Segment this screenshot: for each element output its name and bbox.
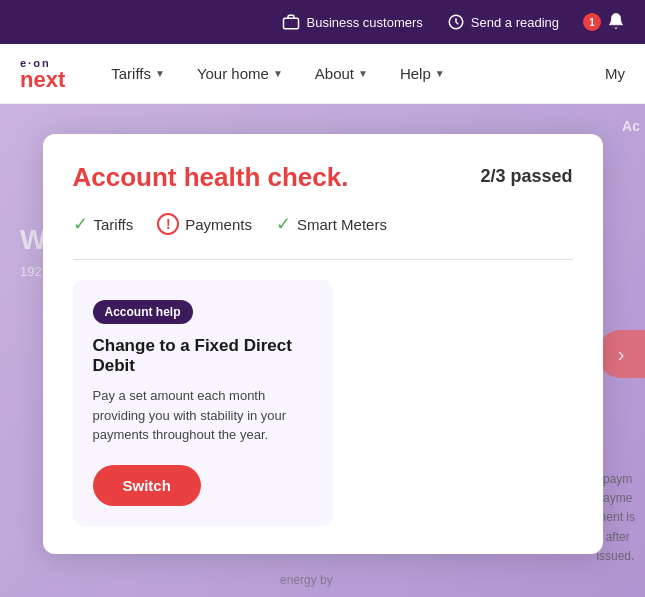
check-warning-icon: ! [157,213,179,235]
modal-divider [73,259,573,260]
tariffs-label: Tariffs [111,65,151,82]
send-reading-link[interactable]: Send a reading [447,13,559,31]
check-payments-label: Payments [185,216,252,233]
card-description: Pay a set amount each month providing yo… [93,386,313,445]
nav-your-home[interactable]: Your home ▼ [191,65,289,82]
check-pass-icon: ✓ [73,213,88,235]
logo[interactable]: e·on next [20,57,65,91]
meter-icon [447,13,465,31]
help-label: Help [400,65,431,82]
business-icon [282,13,300,31]
switch-button[interactable]: Switch [93,465,201,506]
check-tariffs-label: Tariffs [94,216,134,233]
your-home-chevron-icon: ▼ [273,68,283,79]
account-health-modal: Account health check. 2/3 passed ✓ Tarif… [43,134,603,554]
modal-checks: ✓ Tariffs ! Payments ✓ Smart Meters [73,213,573,235]
account-help-card: Account help Change to a Fixed Direct De… [73,280,333,526]
svg-rect-0 [284,18,299,29]
card-badge: Account help [93,300,193,324]
nav-bar: e·on next Tariffs ▼ Your home ▼ About ▼ … [0,44,645,104]
nav-tariffs[interactable]: Tariffs ▼ [105,65,171,82]
check-smart-meters: ✓ Smart Meters [276,213,387,235]
tariffs-chevron-icon: ▼ [155,68,165,79]
check-payments: ! Payments [157,213,252,235]
check-smart-meters-label: Smart Meters [297,216,387,233]
nav-about[interactable]: About ▼ [309,65,374,82]
my-label: My [605,65,625,82]
notifications-button[interactable]: 1 [583,12,625,33]
logo-next: next [20,69,65,91]
help-chevron-icon: ▼ [435,68,445,79]
check-pass-icon-2: ✓ [276,213,291,235]
modal-score: 2/3 passed [480,166,572,187]
card-title: Change to a Fixed Direct Debit [93,336,313,376]
modal-overlay: Account health check. 2/3 passed ✓ Tarif… [0,104,645,597]
about-chevron-icon: ▼ [358,68,368,79]
modal-title: Account health check. [73,162,349,193]
about-label: About [315,65,354,82]
bell-icon [607,12,625,33]
check-tariffs: ✓ Tariffs [73,213,134,235]
nav-my[interactable]: My [605,65,625,82]
modal-header: Account health check. 2/3 passed [73,162,573,193]
business-customers-label: Business customers [306,15,422,30]
notification-badge: 1 [583,13,601,31]
top-bar: Business customers Send a reading 1 [0,0,645,44]
send-reading-label: Send a reading [471,15,559,30]
business-customers-link[interactable]: Business customers [282,13,422,31]
your-home-label: Your home [197,65,269,82]
nav-help[interactable]: Help ▼ [394,65,451,82]
